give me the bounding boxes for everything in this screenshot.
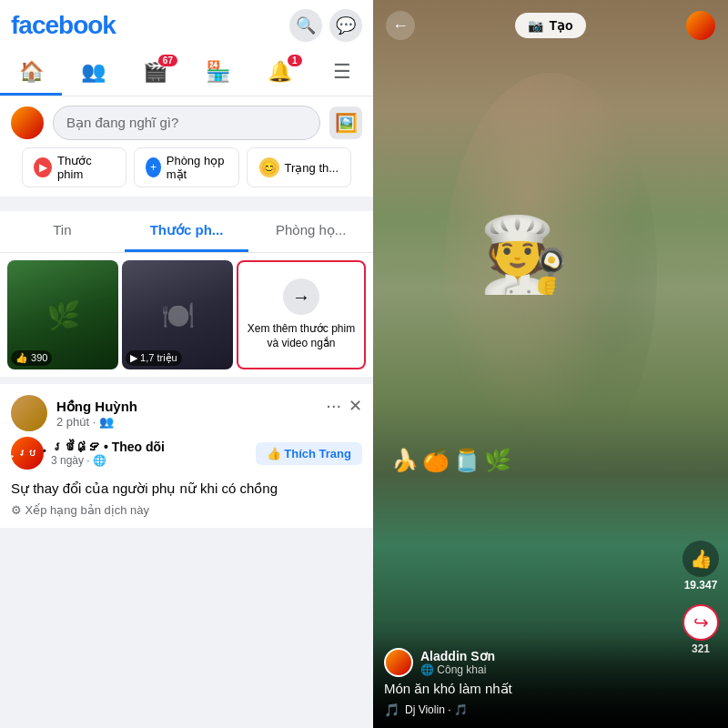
- content-tabs: Tin Thước ph... Phòng họ...: [0, 211, 373, 253]
- video-grid: 🌿 👍 390 🍽️ ▶ 1,7 triệu → Xem thêm thước …: [0, 253, 373, 377]
- view-badge-2: ▶ 1,7 triệu: [126, 350, 182, 366]
- more-arrow-icon: →: [283, 278, 319, 315]
- like-badge-1: 👍 390: [11, 350, 52, 366]
- trang-thai-button[interactable]: 😊 Trạng th...: [247, 147, 351, 187]
- menu-icon: ☰: [333, 60, 351, 84]
- translate-hint[interactable]: ⚙ Xếp hạng bản dịch này: [11, 503, 362, 517]
- main-nav: 🏠 👥 🎬 67 🏪 🔔 1 ☰: [0, 51, 373, 96]
- thuoc-phim-icon: ▶: [34, 157, 52, 177]
- like-count: 19.347: [684, 579, 718, 592]
- tab-tin[interactable]: Tin: [0, 211, 125, 252]
- follow-page-button[interactable]: 👍 Thích Trang: [256, 442, 362, 465]
- create-button[interactable]: 📷 Tạo: [515, 13, 585, 38]
- music-icon: 🎵: [384, 703, 399, 717]
- privacy-icon: 👥: [99, 415, 114, 429]
- post-text: Sự thay đổi của người phụ nữ khi có chồn…: [11, 479, 362, 498]
- nav-bell[interactable]: 🔔 1: [248, 51, 310, 96]
- video-bottom-info: Aladdin Sơn 🌐 Công khai Món ăn khó làm n…: [373, 637, 728, 728]
- header-icons: 🔍 💬: [289, 9, 362, 42]
- music-row: 🎵 Dj Violin · 🎵: [384, 703, 717, 717]
- source-page-name: ប្រផ្ទៃ • Theo dõi: [51, 440, 165, 454]
- phong-hop-mat-button[interactable]: + Phòng họp mặt: [134, 147, 238, 187]
- user-avatar: [11, 106, 44, 139]
- tab-phong-hop[interactable]: Phòng họ...: [248, 211, 373, 252]
- more-videos-box[interactable]: → Xem thêm thước phim và video ngắn: [237, 260, 366, 369]
- nav-shop[interactable]: 🏪: [187, 51, 248, 96]
- phong-hop-icon: +: [146, 157, 160, 177]
- messenger-button[interactable]: 💬: [329, 9, 362, 42]
- phong-hop-label: Phòng họp mặt: [167, 154, 228, 181]
- post-area: Bạn đang nghĩ gì? 🖼️ ▶ Thước phim + Phòn…: [0, 96, 373, 197]
- photo-icon: 🖼️: [335, 112, 358, 134]
- post-user-avatar: [11, 395, 47, 431]
- share-icon: ↪: [682, 604, 719, 641]
- source-row: ប្រ ប្រផ្ទៃ • Theo dõi 3 ngày · 🌐 👍 Thíc…: [11, 437, 362, 470]
- right-video-panel: 🧑‍🍳 🍌🍊🫙🌿 ← 📷 Tạo 👍 19.347 ↪ 321: [373, 0, 728, 728]
- back-button[interactable]: ←: [386, 11, 415, 40]
- source-page-avatar: ប្រ: [11, 437, 44, 470]
- shop-icon: 🏪: [206, 60, 230, 84]
- video-creator-avatar: [384, 648, 413, 677]
- app-header: facebook 🔍 💬: [0, 0, 373, 51]
- photo-button[interactable]: 🖼️: [329, 106, 362, 139]
- video-topbar: ← 📷 Tạo: [373, 0, 728, 51]
- nav-menu[interactable]: ☰: [311, 51, 373, 96]
- video-title: Món ăn khó làm nhất: [384, 681, 717, 697]
- quick-actions: ▶ Thước phim + Phòng họp mặt 😊 Trạng th.…: [11, 140, 362, 187]
- people-icon: 👥: [81, 60, 106, 84]
- trang-thai-icon: 😊: [259, 157, 279, 177]
- post-username: Hồng Huỳnh: [56, 399, 137, 415]
- post-card: Hồng Huỳnh 2 phút · 👥 ··· ✕ ប្រ ប្រផ្ទៃ …: [0, 384, 373, 528]
- creator-avatar[interactable]: [686, 11, 715, 40]
- vendor-figure: 🧑‍🍳: [427, 36, 622, 473]
- post-meta: 2 phút · 👥: [56, 415, 137, 429]
- post-input[interactable]: Bạn đang nghĩ gì?: [53, 106, 320, 140]
- video-badge: 67: [158, 55, 177, 66]
- home-icon: 🏠: [19, 60, 44, 84]
- video-public-label: 🌐 Công khai: [420, 663, 495, 676]
- source-page-meta: 3 ngày · 🌐: [51, 454, 165, 467]
- tab-thuoc-phim[interactable]: Thước ph...: [125, 211, 249, 252]
- video-creator-name: Aladdin Sơn: [420, 649, 495, 663]
- video-background: 🧑‍🍳 🍌🍊🫙🌿: [373, 0, 728, 728]
- video-thumb-1[interactable]: 🌿 👍 390: [7, 260, 118, 369]
- trang-thai-label: Trạng th...: [285, 161, 339, 175]
- create-label: Tạo: [549, 18, 572, 33]
- nav-video[interactable]: 🎬 67: [125, 51, 187, 96]
- thuoc-phim-label: Thước phim: [57, 154, 115, 181]
- nav-home[interactable]: 🏠: [0, 51, 62, 96]
- post-close-button[interactable]: ✕: [349, 396, 362, 416]
- video-thumb-2[interactable]: 🍽️ ▶ 1,7 triệu: [122, 260, 233, 369]
- post-placeholder: Bạn đang nghĩ gì?: [66, 115, 178, 131]
- app-logo: facebook: [11, 11, 116, 40]
- search-button[interactable]: 🔍: [289, 9, 322, 42]
- music-label: Dj Violin · 🎵: [405, 703, 468, 716]
- post-options-button[interactable]: ···: [326, 395, 341, 416]
- nav-people[interactable]: 👥: [62, 51, 124, 96]
- thuoc-phim-button[interactable]: ▶ Thước phim: [22, 147, 126, 187]
- create-icon: 📷: [528, 18, 543, 33]
- like-icon: 👍: [682, 541, 719, 577]
- more-videos-label: Xem thêm thước phim và video ngắn: [246, 322, 357, 350]
- bell-badge: 1: [288, 55, 302, 66]
- like-action[interactable]: 👍 19.347: [682, 541, 719, 592]
- back-icon: ←: [392, 16, 409, 35]
- food-items: 🍌🍊🫙🌿: [391, 448, 711, 473]
